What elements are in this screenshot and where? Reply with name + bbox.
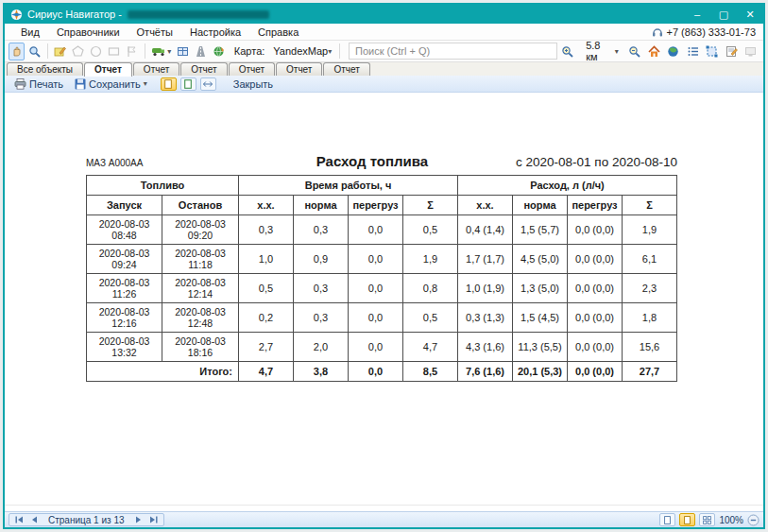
- value-cell: 6,1: [623, 245, 677, 274]
- date-cell: 2020-08-03 09:20: [162, 215, 239, 245]
- view-fit-page-button[interactable]: [180, 77, 196, 91]
- circle-icon[interactable]: [88, 43, 104, 60]
- map-select-value: YandexMap: [273, 45, 328, 57]
- value-cell: 4,7: [403, 333, 458, 362]
- totals-label: Итого:: [87, 362, 239, 382]
- tab-1[interactable]: Отчет: [84, 62, 132, 77]
- title-bar: Сириус Навигатор - – ▢ ✕: [5, 5, 763, 24]
- value-cell: 0,5: [403, 303, 458, 333]
- phone-number: +7 (863) 333-01-73: [667, 26, 756, 38]
- zoom-out-icon[interactable]: [626, 43, 643, 60]
- view-single-page-button[interactable]: [161, 77, 177, 91]
- chevron-down-icon: ▾: [144, 79, 147, 88]
- report-period: с 2020-08-01 по 2020-08-10: [498, 155, 677, 169]
- page-icon: [164, 79, 172, 89]
- group-header-row: Топливо Время работы, ч Расход, л (л/ч): [87, 176, 677, 196]
- tab-4[interactable]: Отчет: [229, 62, 275, 76]
- value-cell: 0,0: [349, 274, 403, 303]
- close-button[interactable]: ✕: [737, 5, 763, 24]
- close-report-label: Закрыть: [233, 78, 273, 90]
- search-input[interactable]: Поиск (Ctrl + Q): [349, 43, 557, 60]
- page-indicator: Страница 1 из 13: [43, 515, 130, 525]
- tab-0[interactable]: Все объекты: [7, 62, 83, 76]
- home-icon[interactable]: [645, 43, 662, 60]
- first-page-button[interactable]: [12, 514, 26, 525]
- scale-dropdown[interactable]: 5.8 км ▾: [586, 40, 619, 62]
- hand-tool-icon[interactable]: [9, 43, 25, 60]
- map-select[interactable]: YandexMap ▾: [270, 44, 334, 58]
- menu-item-4[interactable]: Справка: [249, 26, 307, 38]
- col-header: Σ: [403, 196, 458, 215]
- total-cell: 27,7: [623, 362, 677, 382]
- totals-row: Итого: 4,7 3,8 0,0 8,5 7,6 (1,6) 20,1 (5…: [87, 362, 677, 382]
- table-row: 2020-08-03 08:482020-08-03 09:200,30,30,…: [87, 215, 677, 245]
- value-cell: 2,7: [239, 333, 294, 362]
- window-title-redacted: [128, 10, 269, 19]
- chevron-down-icon: ▾: [615, 47, 619, 56]
- zoom-multi-view-button[interactable]: [699, 513, 715, 526]
- value-cell: 2,0: [294, 333, 349, 362]
- date-cell: 2020-08-03 18:16: [162, 333, 239, 362]
- value-cell: 1,8: [623, 303, 677, 333]
- zoom-in-icon[interactable]: [559, 43, 576, 60]
- grid-icon[interactable]: [175, 43, 191, 60]
- value-cell: 0,5: [239, 274, 294, 303]
- tab-3[interactable]: Отчет: [180, 62, 227, 76]
- vehicle-icon[interactable]: ▾: [149, 43, 173, 60]
- flag-icon[interactable]: [124, 43, 140, 60]
- polygon-icon[interactable]: [70, 43, 86, 60]
- globe-icon[interactable]: [665, 43, 682, 60]
- next-page-button[interactable]: [132, 514, 145, 525]
- zoom-page-view-button[interactable]: [659, 513, 675, 526]
- road-icon[interactable]: [193, 43, 209, 60]
- prev-page-button[interactable]: [27, 514, 41, 525]
- tab-6[interactable]: Отчет: [323, 62, 369, 76]
- maximize-button[interactable]: ▢: [710, 5, 737, 24]
- tab-2[interactable]: Отчет: [133, 62, 179, 76]
- menu-bar: ВидСправочникиОтчётыНастройкаСправка +7 …: [5, 24, 763, 41]
- col-header: Останов: [162, 196, 239, 215]
- report-header: МАЗ A000AA Расход топлива с 2020-08-01 п…: [86, 153, 677, 169]
- value-cell: 4,5 (5,0): [513, 245, 568, 274]
- list-icon[interactable]: [684, 43, 701, 60]
- group-header-fuel: Топливо: [87, 176, 239, 196]
- edit-map-icon[interactable]: [52, 43, 68, 60]
- zoom-search-icon[interactable]: [26, 43, 43, 60]
- minimize-button[interactable]: –: [684, 5, 710, 24]
- globe-route-icon[interactable]: [211, 43, 227, 60]
- report-title: Расход топлива: [247, 153, 498, 169]
- last-page-button[interactable]: [147, 514, 161, 525]
- view-fit-width-button[interactable]: [200, 77, 216, 91]
- zoom-fit-view-button[interactable]: [679, 513, 695, 526]
- column-header-row: Запуск Останов х.х. норма перегруз Σ х.х…: [87, 196, 677, 215]
- table-row: 2020-08-03 09:242020-08-03 11:181,00,90,…: [87, 245, 677, 274]
- selection-icon[interactable]: [704, 43, 721, 60]
- print-button[interactable]: Печать: [10, 78, 67, 90]
- main-toolbar: ▾ Карта: YandexMap ▾ Поиск (Ctrl + Q) 5.…: [5, 41, 763, 62]
- toolbar-separator: [47, 43, 48, 59]
- tab-5[interactable]: Отчет: [276, 62, 322, 76]
- monitor-icon[interactable]: [742, 43, 759, 60]
- app-window: Сириус Навигатор - – ▢ ✕ ВидСправочникиО…: [3, 3, 765, 529]
- scale-value: 5.8 км: [586, 40, 612, 62]
- menu-item-1[interactable]: Справочники: [48, 26, 128, 38]
- window-title: Сириус Навигатор -: [27, 9, 122, 20]
- status-bar: Страница 1 из 13 100%: [5, 511, 763, 527]
- menu-item-3[interactable]: Настройка: [181, 26, 249, 38]
- value-cell: 0,0: [349, 333, 403, 362]
- date-cell: 2020-08-03 12:14: [162, 274, 239, 303]
- col-header: х.х.: [239, 196, 294, 215]
- menu-item-2[interactable]: Отчёты: [128, 26, 181, 38]
- close-report-button[interactable]: Закрыть: [230, 78, 277, 90]
- rectangle-icon[interactable]: [106, 43, 122, 60]
- fuel-report-table: Топливо Время работы, ч Расход, л (л/ч) …: [86, 175, 677, 382]
- zoom-out-circle-button[interactable]: [747, 514, 759, 526]
- value-cell: 0,3: [294, 303, 349, 333]
- value-cell: 0,3: [294, 274, 349, 303]
- total-cell: 8,5: [403, 362, 458, 382]
- menu-item-0[interactable]: Вид: [12, 26, 48, 38]
- value-cell: 0,0 (0,0): [568, 215, 623, 245]
- toolbar-separator: [145, 43, 145, 59]
- notes-icon[interactable]: [723, 43, 740, 60]
- save-button[interactable]: Сохранить ▾: [71, 78, 151, 90]
